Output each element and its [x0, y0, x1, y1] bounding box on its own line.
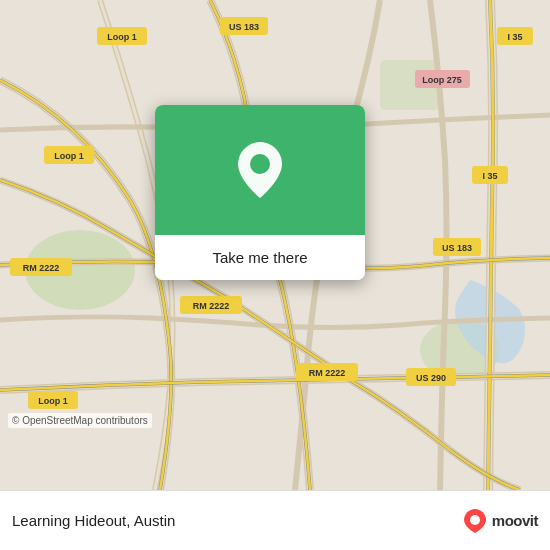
button-label: Take me there — [212, 249, 307, 266]
svg-text:RM 2222: RM 2222 — [309, 368, 346, 378]
bottom-bar: Learning Hideout, Austin moovit — [0, 490, 550, 550]
svg-point-28 — [250, 154, 270, 174]
svg-text:US 183: US 183 — [442, 243, 472, 253]
location-pin-icon — [234, 140, 286, 200]
svg-point-29 — [470, 515, 480, 525]
svg-text:Loop 1: Loop 1 — [107, 32, 137, 42]
map-container: Loop 1 US 183 I 35 Loop 275 Loop 1 I 35 … — [0, 0, 550, 490]
svg-text:Loop 275: Loop 275 — [422, 75, 462, 85]
popup-card: Take me there — [155, 105, 365, 280]
moovit-text: moovit — [492, 512, 538, 529]
popup-green-area — [155, 105, 365, 235]
svg-text:I 35: I 35 — [507, 32, 522, 42]
svg-text:I 35: I 35 — [482, 171, 497, 181]
svg-text:US 290: US 290 — [416, 373, 446, 383]
svg-text:RM 2222: RM 2222 — [23, 263, 60, 273]
svg-text:Loop 1: Loop 1 — [54, 151, 84, 161]
svg-text:US 183: US 183 — [229, 22, 259, 32]
moovit-pin-icon — [461, 507, 489, 535]
map-attribution: © OpenStreetMap contributors — [8, 413, 152, 428]
svg-text:Loop 1: Loop 1 — [38, 396, 68, 406]
location-title: Learning Hideout, Austin — [12, 512, 453, 529]
svg-text:RM 2222: RM 2222 — [193, 301, 230, 311]
take-me-there-button[interactable]: Take me there — [155, 235, 365, 280]
moovit-logo: moovit — [461, 507, 538, 535]
